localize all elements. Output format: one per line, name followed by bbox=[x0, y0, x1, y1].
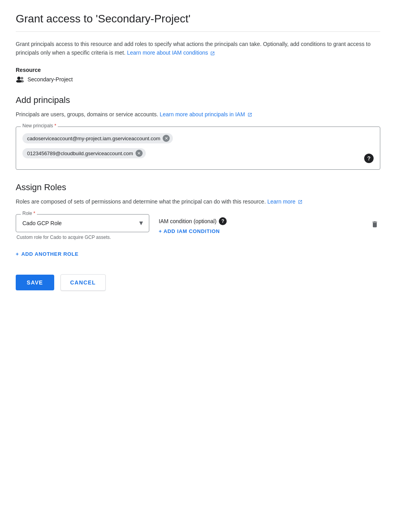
resource-icon bbox=[16, 76, 24, 83]
add-role-plus-icon: + bbox=[16, 251, 19, 257]
external-link-icon bbox=[210, 51, 215, 56]
external-link-icon-3 bbox=[298, 200, 302, 204]
learn-iam-conditions-link[interactable]: Learn more about IAM conditions bbox=[127, 50, 215, 56]
people-icon bbox=[16, 76, 24, 83]
iam-help-icon[interactable]: ? bbox=[219, 217, 227, 225]
add-iam-plus-icon: + bbox=[159, 228, 162, 234]
new-principals-label: New principals * bbox=[21, 123, 58, 128]
svg-point-3 bbox=[20, 80, 24, 83]
resource-item: Secondary-Project bbox=[16, 76, 380, 83]
learn-principals-link[interactable]: Learn more about principals in IAM bbox=[160, 111, 252, 117]
assign-roles-heading: Assign Roles bbox=[16, 182, 380, 193]
iam-condition-label: IAM condition (optional) ? bbox=[159, 217, 227, 225]
roles-description: Roles are composed of sets of permission… bbox=[16, 197, 380, 206]
learn-more-roles-link[interactable]: Learn more bbox=[267, 198, 302, 205]
add-principals-heading: Add principals bbox=[16, 95, 380, 105]
role-select[interactable]: Cado GCP Role bbox=[16, 215, 149, 232]
principals-help-icon[interactable]: ? bbox=[364, 154, 374, 163]
role-label: Role * bbox=[21, 211, 37, 216]
page-title: Grant access to 'Secondary-Project' bbox=[16, 13, 380, 32]
resource-section: Resource Secondary-Project bbox=[16, 67, 380, 83]
chip-value-1: cadoserviceaccount@my-project.iam.gservi… bbox=[27, 136, 160, 141]
save-button[interactable]: SAVE bbox=[16, 275, 54, 290]
principals-description: Principals are users, groups, domains or… bbox=[16, 110, 380, 119]
resource-name: Secondary-Project bbox=[28, 76, 73, 83]
principal-chip-2[interactable]: 0123456789@cloudbuild.gserviceaccount.co… bbox=[22, 148, 146, 158]
new-principals-box[interactable]: New principals * cadoserviceaccount@my-p… bbox=[16, 127, 380, 170]
page-description: Grant principals access to this resource… bbox=[16, 40, 380, 57]
role-hint: Custom role for Cado to acquire GCP asse… bbox=[16, 235, 149, 240]
chips-row-2: 0123456789@cloudbuild.gserviceaccount.co… bbox=[22, 147, 374, 160]
chips-container: cadoserviceaccount@my-project.iam.gservi… bbox=[22, 132, 374, 145]
external-link-icon-2 bbox=[248, 112, 252, 117]
role-iam-row: Role * Cado GCP Role ▼ Custom role for C… bbox=[16, 214, 380, 243]
principals-section: Add principals Principals are users, gro… bbox=[16, 95, 380, 170]
add-another-role-row: + ADD ANOTHER ROLE bbox=[16, 249, 380, 259]
role-select-wrapper[interactable]: Role * Cado GCP Role ▼ bbox=[16, 214, 149, 232]
add-another-role-label: ADD ANOTHER ROLE bbox=[21, 251, 79, 257]
cancel-button[interactable]: CANCEL bbox=[60, 274, 106, 291]
chip-close-2[interactable]: ✕ bbox=[136, 150, 143, 157]
chip-close-1[interactable]: ✕ bbox=[163, 135, 170, 142]
svg-point-1 bbox=[21, 77, 23, 79]
resource-section-title: Resource bbox=[16, 67, 380, 73]
chip-value-2: 0123456789@cloudbuild.gserviceaccount.co… bbox=[27, 150, 133, 156]
assign-roles-section: Assign Roles Roles are composed of sets … bbox=[16, 182, 380, 258]
add-another-role-button[interactable]: + ADD ANOTHER ROLE bbox=[16, 249, 79, 259]
delete-role-button[interactable] bbox=[369, 219, 380, 232]
role-field: Role * Cado GCP Role ▼ Custom role for C… bbox=[16, 214, 149, 240]
add-iam-condition-button[interactable]: + ADD IAM CONDITION bbox=[159, 227, 227, 236]
iam-condition-col: IAM condition (optional) ? + ADD IAM CON… bbox=[159, 214, 227, 236]
role-assign-row: Role * Cado GCP Role ▼ Custom role for C… bbox=[16, 214, 227, 240]
footer-buttons: SAVE CANCEL bbox=[16, 274, 380, 291]
principal-chip-1[interactable]: cadoserviceaccount@my-project.iam.gservi… bbox=[22, 133, 173, 143]
delete-icon bbox=[371, 220, 379, 228]
add-iam-condition-label: ADD IAM CONDITION bbox=[163, 228, 220, 234]
svg-point-0 bbox=[17, 77, 20, 80]
